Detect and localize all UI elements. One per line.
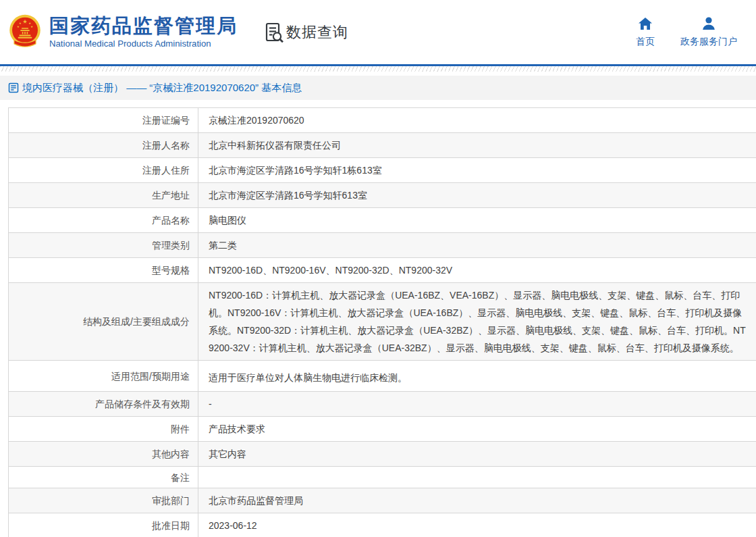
row-value: 2023-06-12 <box>198 513 756 537</box>
info-table: 注册证编号 京械注准20192070620 注册人名称 北京中科新拓仪器有限责任… <box>8 107 756 537</box>
brand-home-link[interactable]: 国家药品监督管理局 National Medical Products Admi… <box>7 13 238 52</box>
row-label: 产品储存条件及有效期 <box>9 392 198 416</box>
brand-text: 国家药品监督管理局 National Medical Products Admi… <box>49 16 238 49</box>
nmpa-emblem-logo <box>7 13 43 52</box>
main-content: 注册证编号 京械注准20192070620 注册人名称 北京中科新拓仪器有限责任… <box>8 107 756 537</box>
row-value: NT9200-16D：计算机主机、放大器记录盒（UEA-16BZ、VEA-16B… <box>198 283 756 360</box>
table-row: 产品名称 脑电图仪 <box>9 208 756 233</box>
nav-item-home[interactable]: 首页 <box>636 16 655 48</box>
row-label: 适用范围/预期用途 <box>9 361 198 391</box>
table-row: 注册证编号 京械注准20192070620 <box>9 108 756 133</box>
table-row: 适用范围/预期用途 适用于医疗单位对人体脑生物电进行临床检测。 <box>9 361 756 392</box>
nav-label-gov-portal: 政务服务门户 <box>680 36 737 48</box>
breadcrumb: 境内医疗器械（注册） —— “京械注准20192070620” 基本信息 <box>0 76 756 100</box>
row-label: 注册人住所 <box>9 158 198 182</box>
row-value: - <box>198 392 756 416</box>
row-label: 生产地址 <box>9 183 198 207</box>
row-value: NT9200-16D、NT9200-16V、NT9200-32D、NT9200-… <box>198 258 756 282</box>
row-value: 北京市药品监督管理局 <box>198 488 756 513</box>
row-value <box>198 467 756 488</box>
row-label: 批准日期 <box>9 513 198 537</box>
row-value: 其它内容 <box>198 442 756 466</box>
row-label: 结构及组成/主要组成成分 <box>9 283 198 360</box>
row-label: 备注 <box>9 467 198 488</box>
table-row: 审批部门 北京市药品监督管理局 <box>9 488 756 513</box>
table-row: 批准日期 2023-06-12 <box>9 513 756 537</box>
table-row: 管理类别 第二类 <box>9 233 756 258</box>
table-row: 附件 产品技术要求 <box>9 417 756 442</box>
row-value: 第二类 <box>198 233 756 257</box>
list-document-icon <box>8 82 19 93</box>
row-value: 北京中科新拓仪器有限责任公司 <box>198 133 756 157</box>
stripe-decoration <box>0 66 756 72</box>
table-row: 产品储存条件及有效期 - <box>9 392 756 417</box>
row-label: 附件 <box>9 417 198 441</box>
row-label: 审批部门 <box>9 488 198 513</box>
user-icon <box>701 16 716 31</box>
document-search-icon <box>263 22 285 43</box>
table-row: 结构及组成/主要组成成分 NT9200-16D：计算机主机、放大器记录盒（UEA… <box>9 283 756 361</box>
row-label: 产品名称 <box>9 208 198 232</box>
nav-label-home: 首页 <box>636 36 655 48</box>
nav-item-gov-portal[interactable]: 政务服务门户 <box>680 16 737 48</box>
row-value: 北京市海淀区学清路16号学知轩613室 <box>198 183 756 207</box>
site-title: 国家药品监督管理局 <box>49 16 238 37</box>
top-nav: 首页 政务服务门户 <box>636 16 744 48</box>
row-label: 注册证编号 <box>9 108 198 132</box>
data-query-label: 数据查询 <box>286 22 348 43</box>
row-value: 适用于医疗单位对人体脑生物电进行临床检测。 <box>198 361 756 391</box>
row-value: 北京市海淀区学清路16号学知轩1栋613室 <box>198 158 756 182</box>
table-row: 型号规格 NT9200-16D、NT9200-16V、NT9200-32D、NT… <box>9 258 756 283</box>
home-icon <box>638 16 653 31</box>
row-value: 脑电图仪 <box>198 208 756 232</box>
table-row: 备注 <box>9 467 756 488</box>
site-header: 国家药品监督管理局 National Medical Products Admi… <box>0 0 756 64</box>
row-label: 管理类别 <box>9 233 198 257</box>
table-row: 注册人名称 北京中科新拓仪器有限责任公司 <box>9 133 756 158</box>
row-value: 产品技术要求 <box>198 417 756 441</box>
table-row: 其他内容 其它内容 <box>9 442 756 467</box>
table-row: 生产地址 北京市海淀区学清路16号学知轩613室 <box>9 183 756 208</box>
row-label: 其他内容 <box>9 442 198 466</box>
row-label: 注册人名称 <box>9 133 198 157</box>
site-subtitle: National Medical Products Administration <box>49 39 238 49</box>
data-query-link[interactable]: 数据查询 <box>263 22 348 43</box>
breadcrumb-text[interactable]: 境内医疗器械（注册） —— “京械注准20192070620” 基本信息 <box>22 82 302 95</box>
row-label: 型号规格 <box>9 258 198 282</box>
row-value: 京械注准20192070620 <box>198 108 756 132</box>
table-row: 注册人住所 北京市海淀区学清路16号学知轩1栋613室 <box>9 158 756 183</box>
page: 国家药品监督管理局 National Medical Products Admi… <box>0 0 756 537</box>
